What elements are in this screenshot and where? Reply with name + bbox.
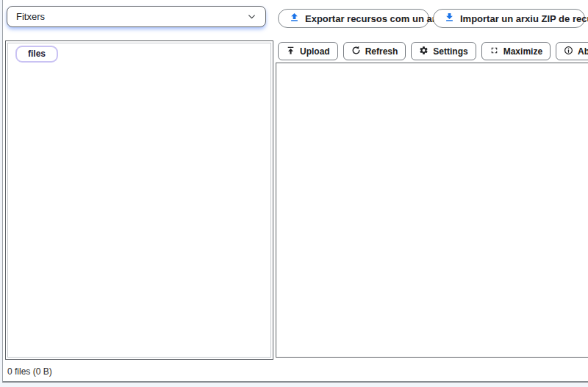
- maximize-button[interactable]: Maximize: [481, 42, 551, 60]
- refresh-icon: [351, 46, 361, 57]
- upload-icon: [286, 46, 295, 57]
- file-tree-area[interactable]: files: [7, 43, 271, 358]
- about-label: About: [578, 46, 588, 57]
- resource-type-select-value: Fitxers: [16, 11, 45, 22]
- file-tree-panel: files: [5, 40, 273, 360]
- settings-label: Settings: [433, 46, 467, 57]
- about-button[interactable]: About: [556, 42, 588, 60]
- upload-button[interactable]: Upload: [278, 42, 338, 60]
- import-zip-label: Importar un arxiu ZIP de recursos: [460, 13, 588, 24]
- file-tree-root-node[interactable]: files: [15, 46, 58, 63]
- gear-icon: [419, 46, 429, 57]
- file-tree-root-label: files: [28, 49, 46, 59]
- upload-zip-icon: [289, 12, 300, 25]
- file-toolbar: Upload Refresh Settings Maximize About: [278, 42, 588, 60]
- file-content-panel[interactable]: [276, 63, 588, 358]
- status-text: 0 files (0 B): [7, 366, 52, 377]
- import-zip-button[interactable]: Importar un arxiu ZIP de recursos: [433, 9, 585, 28]
- upload-label: Upload: [300, 46, 330, 57]
- maximize-label: Maximize: [503, 46, 542, 57]
- maximize-icon: [490, 46, 499, 57]
- resource-type-select[interactable]: Fitxers: [7, 6, 266, 27]
- settings-button[interactable]: Settings: [411, 42, 476, 60]
- refresh-label: Refresh: [365, 46, 398, 57]
- info-icon: [564, 46, 573, 57]
- chevron-down-icon: [247, 12, 257, 21]
- export-zip-button[interactable]: Exportar recursos com un arxiu ZIP: [278, 9, 429, 28]
- refresh-button[interactable]: Refresh: [343, 42, 406, 60]
- download-zip-icon: [444, 12, 455, 25]
